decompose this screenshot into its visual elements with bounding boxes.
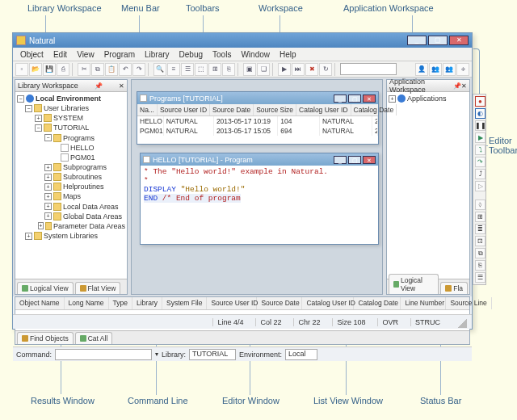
library-workspace-title[interactable]: Library Workspace 📌 ✕ [15,80,127,92]
list-view-columns[interactable]: Na... Source User ID Source Date Source … [137,104,378,116]
tree-node[interactable]: Helproutines [63,182,104,191]
list-row[interactable]: PGM01 NATURAL 2013-05-17 15:05 694 NATUR… [137,126,378,136]
toolbar-button[interactable]: ⊡ [475,236,485,246]
pin-icon[interactable]: 📌 [453,82,461,90]
toolbar-button[interactable]: ❏ [257,63,270,76]
stop-icon[interactable]: ▷ [475,181,485,191]
col-source-size[interactable]: Source Size [254,104,296,116]
tab-find-objects[interactable]: Find Objects [17,332,74,344]
tab-logical-view[interactable]: Logical View [389,274,439,294]
tree-node[interactable]: Local Data Areas [63,202,119,212]
col[interactable]: Long Name [65,297,109,309]
col[interactable]: Source Date [257,297,302,309]
toolbar-button[interactable]: ⎀ [475,200,485,210]
expand-icon[interactable]: + [44,212,52,220]
titlebar[interactable]: Natural _ ▢ ✕ [13,33,472,48]
expand-icon[interactable]: + [25,233,32,240]
toolbar-button[interactable]: ⎆ [456,63,469,76]
tree-node[interactable]: Subroutines [63,172,102,182]
menu-edit[interactable]: Edit [49,49,71,60]
toolbar-button[interactable]: ⎘ [475,260,485,271]
list-row[interactable]: HELLO NATURAL 2013-05-17 10:19 104 NATUR… [137,116,378,126]
collapse-icon[interactable]: − [35,124,42,132]
col-catalog-date[interactable]: Catalog Date [351,104,397,116]
tab-cat-all[interactable]: Cat All [75,332,113,344]
expand-icon[interactable]: + [389,95,396,103]
tree-root-applications[interactable]: Applications [407,94,447,103]
col-source-date[interactable]: Source Date [210,104,254,116]
collapse-icon[interactable]: − [25,105,32,112]
tree-node-programs[interactable]: Programs [63,133,95,143]
minimize-button[interactable]: _ [334,156,347,164]
toolbar-button[interactable]: ⤴ [475,169,485,179]
step-icon[interactable]: ◐ [475,108,485,119]
save-icon[interactable]: 💾 [43,63,56,76]
status-struc[interactable]: STRUC [410,318,444,326]
tree-root[interactable]: Local Environment [36,94,101,103]
toolbar-button[interactable]: ≣ [475,224,485,234]
expand-icon[interactable]: + [44,164,52,171]
pin-icon[interactable]: 📌 [95,82,103,90]
menu-view[interactable]: View [73,49,99,60]
status-ovr[interactable]: OVR [377,318,402,326]
close-button[interactable]: ✕ [363,156,376,164]
close-button[interactable]: ✕ [449,36,469,45]
tree-item-hello[interactable]: HELLO [70,143,95,153]
pause-icon[interactable]: ❚❚ [475,120,485,131]
step-into-icon[interactable]: ⤵ [475,145,485,155]
minimize-button[interactable]: _ [334,94,347,103]
tree-node[interactable]: Subprograms [63,162,107,172]
menu-window[interactable]: Window [237,49,274,60]
tree-item-pgm01[interactable]: PGM01 [70,153,95,162]
toolbar-button[interactable]: ▣ [243,63,256,76]
maximize-button[interactable]: ▢ [348,156,361,164]
minimize-button[interactable]: _ [407,36,427,45]
toolbar-button[interactable]: ↻ [319,63,332,76]
library-field[interactable]: TUTORIAL [189,349,236,360]
redo-icon[interactable]: ↷ [132,63,145,76]
library-tree[interactable]: −Local Environment −User Libraries +SYST… [15,92,127,279]
expand-icon[interactable]: + [44,183,52,191]
new-icon[interactable]: ▫ [15,63,28,76]
step-over-icon[interactable]: ↷ [475,157,485,167]
col[interactable]: Source User ID [207,297,257,309]
col[interactable]: Catalog User ID [302,297,354,309]
menu-debug[interactable]: Debug [175,49,207,60]
app-workspace-title[interactable]: Application Workspace 📌 ✕ [387,80,469,92]
tab-flat-view[interactable]: Flat View [75,282,121,294]
mdi-workspace[interactable]: Programs [TUTORIAL] _ ▢ ✕ Na... Source U… [131,79,383,295]
maximize-button[interactable]: ▢ [348,94,361,103]
resize-grip-icon[interactable] [456,317,467,328]
toolbar-button[interactable]: ⊞ [208,63,221,76]
print-icon[interactable]: ⎙ [57,63,69,76]
cut-icon[interactable]: ✂ [78,63,90,76]
list-view-window[interactable]: Programs [TUTORIAL] _ ▢ ✕ Na... Source U… [137,91,379,145]
toolbar-button[interactable]: ⬚ [195,63,208,76]
collapse-icon[interactable]: − [44,134,52,141]
editor-titlebar[interactable]: HELLO [TUTORIAL] - Program _ ▢ ✕ [141,153,378,166]
toolbar-button[interactable]: ☰ [181,63,194,76]
col-catalog-user[interactable]: Catalog User ID [296,104,351,116]
collapse-icon[interactable]: − [17,95,24,103]
toolbar-button[interactable]: ⧉ [475,248,485,258]
toolbar-button[interactable]: ⎘ [222,63,235,76]
tree-node-system[interactable]: SYSTEM [53,113,83,123]
people-icon[interactable]: 👥 [443,63,456,76]
tab-flat-view[interactable]: Fla [440,282,468,294]
command-input[interactable] [55,349,152,360]
results-columns[interactable]: Object Name Long Name Type Library Syste… [15,297,469,310]
col[interactable]: Line Number [401,297,446,309]
toolbar-button[interactable]: ≡ [167,63,180,76]
col[interactable]: Type [109,297,132,309]
close-icon[interactable]: ✕ [461,82,467,90]
app-tree[interactable]: +Applications [387,92,469,279]
col-name[interactable]: Na... [137,104,158,116]
play-icon[interactable]: ▶ [475,132,485,143]
menu-help[interactable]: Help [275,49,301,60]
col[interactable]: Object Name [15,297,65,309]
toolbar-combo[interactable] [340,63,397,75]
undo-icon[interactable]: ↶ [119,63,132,76]
expand-icon[interactable]: + [35,115,42,122]
col[interactable]: Catalog Date [354,297,401,309]
menu-program[interactable]: Program [100,49,139,60]
